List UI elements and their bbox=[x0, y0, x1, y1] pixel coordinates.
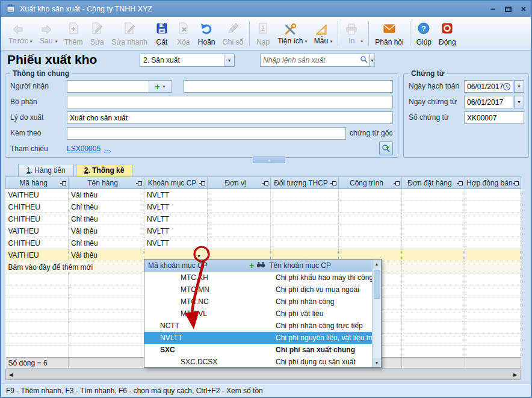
forward-button[interactable]: Sau bbox=[36, 19, 57, 48]
minimize-button[interactable]: − bbox=[490, 4, 495, 14]
add-row-hint[interactable]: Bấm vào đây để thêm mới bbox=[6, 261, 144, 273]
list-item[interactable]: MTC.VLChi phí vật liệu bbox=[144, 308, 372, 320]
reload-button[interactable]: 2 Nạp bbox=[252, 18, 274, 49]
template-button[interactable]: Mẫu bbox=[310, 19, 332, 48]
doc-date-caret[interactable]: ▼ bbox=[515, 96, 524, 108]
help-button[interactable]: ? Giúp bbox=[413, 18, 435, 49]
col-ma-hang[interactable]: Mã hàng bbox=[6, 177, 69, 189]
splitter-handle[interactable]: ▲ bbox=[253, 157, 285, 163]
production-order-search: ▼ bbox=[260, 54, 367, 67]
search-dropdown-caret[interactable]: ▼ bbox=[370, 54, 375, 67]
search-icon bbox=[360, 55, 368, 65]
doc-no-input[interactable] bbox=[464, 111, 524, 124]
col-hop-dong-ban[interactable]: Hợp đồng bán bbox=[465, 177, 521, 189]
table-row: VAITHEUVải thêuNVLTT bbox=[6, 189, 521, 201]
recipient-label: Người nhận bbox=[10, 82, 49, 90]
dropdown-scrollbar[interactable]: ▲ ▼ bbox=[372, 260, 381, 367]
list-item[interactable]: SXCChi phí sản xuất chung bbox=[144, 344, 372, 356]
add-recipient-icon[interactable]: + bbox=[155, 82, 159, 91]
quick-edit-button[interactable]: Sửa nhanh bbox=[108, 18, 150, 49]
tab-thong-ke[interactable]: 2. Thống kê bbox=[76, 164, 133, 176]
grid-header-row: Mã hàng Tên hàng Khoản mục CP Đơn vị Đối… bbox=[6, 177, 521, 189]
titlebar: Xuất kho sản xuất - Công ty TNHH XYZ − × bbox=[1, 1, 531, 17]
pin-icon[interactable] bbox=[394, 181, 400, 185]
department-input[interactable] bbox=[67, 96, 393, 108]
horizontal-scrollbar[interactable]: ◀ ▶ bbox=[5, 370, 521, 380]
print-dropdown-caret[interactable]: ▼ bbox=[360, 40, 363, 43]
delete-button[interactable]: Xóa bbox=[173, 18, 194, 49]
doc-date-input[interactable] bbox=[464, 96, 513, 108]
add-cost-item-icon[interactable]: + bbox=[249, 261, 254, 270]
col-cong-trinh[interactable]: Công trình bbox=[339, 177, 402, 189]
close-button[interactable]: × bbox=[521, 4, 526, 14]
list-item[interactable]: MTC.NCChi phí nhân công bbox=[144, 296, 372, 308]
post-button[interactable]: Ghi sổ bbox=[219, 18, 247, 49]
reference-add-button[interactable] bbox=[379, 141, 393, 155]
list-item[interactable]: MTC.KHChi phí khấu hao máy thi công bbox=[144, 272, 372, 284]
reference-link[interactable]: LSX00005 bbox=[67, 145, 101, 153]
forward-dropdown-caret[interactable]: ▼ bbox=[55, 40, 58, 43]
reason-input[interactable] bbox=[67, 111, 393, 124]
back-dropdown-caret[interactable]: ▼ bbox=[29, 40, 33, 43]
list-item[interactable]: SXC.DCSXChi phí dụng cụ sản xuất bbox=[144, 356, 372, 367]
col-doi-tuong-thcp[interactable]: Đối tượng THCP bbox=[271, 177, 339, 189]
reason-label: Lý do xuất bbox=[10, 113, 43, 122]
col-khoan-muc-cp[interactable]: Khoản mục CP bbox=[144, 177, 208, 189]
col-don-dat-hang[interactable]: Đơn đặt hàng bbox=[402, 177, 465, 189]
template-dropdown-caret[interactable]: ▼ bbox=[329, 40, 333, 43]
binoculars-icon[interactable] bbox=[256, 261, 265, 270]
utilities-dropdown-caret[interactable]: ▼ bbox=[304, 40, 308, 43]
scroll-up-icon[interactable]: ▲ bbox=[373, 260, 381, 269]
recipient-name-input[interactable] bbox=[184, 80, 393, 93]
clock-icon[interactable] bbox=[503, 82, 511, 93]
list-item[interactable]: MTC.MNChi phí dịch vụ mua ngoài bbox=[144, 284, 372, 296]
table-row: VAITHEUVải thêuNVLTT bbox=[6, 225, 521, 237]
utilities-button[interactable]: Tiện ích bbox=[274, 19, 306, 48]
save-button[interactable]: Cất bbox=[151, 18, 173, 49]
tab-hang-tien[interactable]: 1. Hàng tiền bbox=[18, 164, 74, 176]
add-button[interactable]: Thêm bbox=[61, 18, 87, 49]
col-ten-hang[interactable]: Tên hàng bbox=[69, 177, 144, 189]
table-row: CHITHEUChỉ thêuNVLTT bbox=[6, 237, 521, 249]
feedback-button[interactable]: Phản hồi bbox=[371, 18, 407, 49]
pin-icon[interactable] bbox=[136, 181, 142, 185]
recipient-combo[interactable]: +▼ bbox=[67, 80, 172, 93]
attachment-input[interactable] bbox=[67, 127, 346, 140]
chevron-down-icon[interactable]: ▼ bbox=[224, 54, 234, 66]
close-form-button[interactable]: Đóng bbox=[435, 18, 460, 49]
table-row: CHITHEUChỉ thêuNVLTT bbox=[6, 201, 521, 213]
undo-button[interactable]: Hoãn bbox=[194, 18, 219, 49]
back-button[interactable]: Trước bbox=[5, 19, 32, 48]
scroll-left-icon[interactable]: ◀ bbox=[6, 370, 16, 379]
search-input[interactable] bbox=[261, 54, 360, 66]
posting-date-label: Ngày hạch toán bbox=[409, 82, 459, 90]
list-item[interactable]: NCTTChi phí nhân công trực tiếp bbox=[144, 320, 372, 332]
voucher-type-select[interactable]: 2. Sản xuất ▼ bbox=[140, 54, 235, 67]
toolbar-separator bbox=[338, 21, 338, 46]
pin-icon[interactable] bbox=[262, 181, 268, 185]
pin-icon[interactable] bbox=[199, 181, 205, 185]
print-button[interactable]: In bbox=[341, 19, 362, 48]
pin-icon[interactable] bbox=[513, 181, 519, 185]
pin-icon[interactable] bbox=[60, 181, 66, 185]
list-item-selected[interactable]: NVLTTChi phí nguyên liệu, vật liệu trực … bbox=[144, 332, 372, 344]
pin-icon[interactable] bbox=[457, 181, 463, 185]
scrollbar-thumb[interactable] bbox=[374, 270, 380, 299]
reference-more-link[interactable]: ... bbox=[104, 145, 110, 153]
svg-text:2: 2 bbox=[261, 25, 265, 32]
posting-date-caret[interactable]: ▼ bbox=[515, 81, 524, 92]
maximize-button[interactable] bbox=[505, 7, 512, 12]
chevron-down-icon[interactable]: ▼ bbox=[162, 85, 166, 89]
attachment-note: chứng từ gốc bbox=[350, 129, 392, 137]
toolbar-separator bbox=[368, 21, 369, 46]
dropdown-list: MTC.KHChi phí khấu hao máy thi công MTC.… bbox=[144, 272, 372, 367]
col-don-vi[interactable]: Đơn vị bbox=[208, 177, 271, 189]
pin-icon[interactable] bbox=[330, 181, 336, 185]
print-icon bbox=[344, 22, 359, 37]
scroll-right-icon[interactable]: ▶ bbox=[510, 370, 520, 379]
cp-dropdown-caret[interactable]: ▼ bbox=[197, 254, 201, 258]
scroll-down-icon[interactable]: ▼ bbox=[373, 358, 381, 367]
doc-date-label: Ngày chứng từ bbox=[409, 98, 457, 106]
back-icon bbox=[11, 22, 25, 37]
edit-button[interactable]: Sửa bbox=[86, 18, 108, 49]
